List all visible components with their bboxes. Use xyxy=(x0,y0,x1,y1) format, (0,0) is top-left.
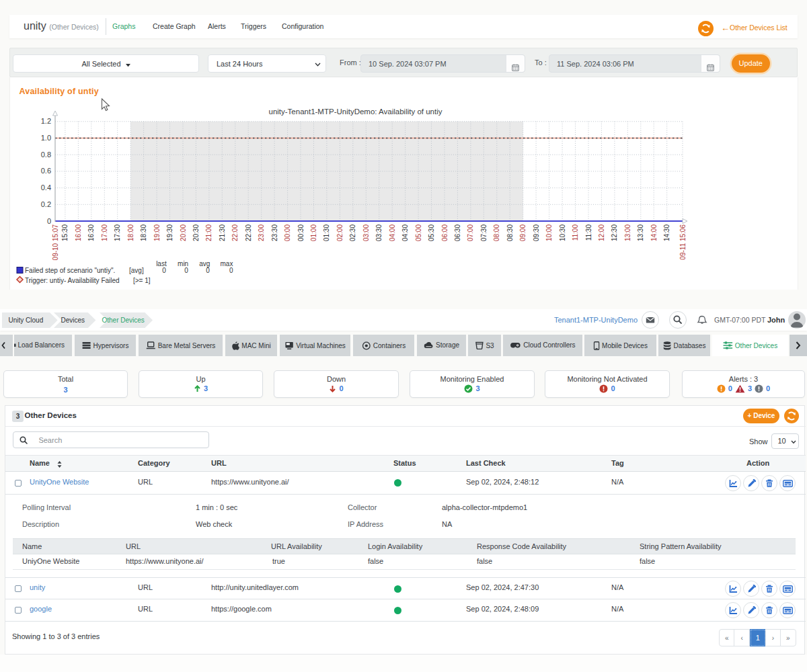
svg-text:08:30: 08:30 xyxy=(506,224,513,241)
svg-text:03:00: 03:00 xyxy=(362,224,369,241)
svg-text:23:00: 23:00 xyxy=(258,224,265,241)
svg-text:Tenant1-MTP-UnityDemo: Tenant1-MTP-UnityDemo xyxy=(554,316,638,324)
svg-text:20:30: 20:30 xyxy=(192,224,199,241)
svg-text:21:00: 21:00 xyxy=(205,224,213,241)
svg-text:03:30: 03:30 xyxy=(375,224,383,241)
svg-text:0.6: 0.6 xyxy=(40,167,50,175)
svg-text:20:00: 20:00 xyxy=(179,224,186,241)
svg-text:01:00: 01:00 xyxy=(310,224,317,241)
svg-text:07:00: 07:00 xyxy=(467,224,474,241)
svg-text:17:30: 17:30 xyxy=(114,224,121,241)
svg-text:23:30: 23:30 xyxy=(270,224,278,241)
svg-text:Devices: Devices xyxy=(61,317,85,324)
svg-text:08:00: 08:00 xyxy=(493,224,500,241)
svg-text:00:00: 00:00 xyxy=(284,224,291,241)
svg-text:Trigger: untiy- Availability F: Trigger: untiy- Availability Failed xyxy=(25,277,120,284)
svg-text:16:30: 16:30 xyxy=(87,224,95,241)
svg-text:22:30: 22:30 xyxy=(244,224,252,241)
svg-text:0: 0 xyxy=(162,267,166,274)
svg-text:12:00: 12:00 xyxy=(597,224,605,241)
svg-text:07:30: 07:30 xyxy=(479,224,487,241)
svg-text:13:30: 13:30 xyxy=(637,224,644,241)
svg-text:09:30: 09:30 xyxy=(532,224,539,241)
svg-text:05:30: 05:30 xyxy=(428,224,435,241)
svg-text:0: 0 xyxy=(184,267,188,274)
svg-text:1.0: 1.0 xyxy=(40,134,50,142)
svg-text:unity-Tenant1-MTP-UnityDemo: A: unity-Tenant1-MTP-UnityDemo: Availabilit… xyxy=(268,108,442,116)
svg-text:04:00: 04:00 xyxy=(388,224,395,241)
svg-text:02:30: 02:30 xyxy=(349,224,356,241)
svg-text:15:30: 15:30 xyxy=(61,224,69,241)
svg-text:14:00: 14:00 xyxy=(650,224,657,241)
svg-text:0: 0 xyxy=(229,267,233,274)
svg-text:22:00: 22:00 xyxy=(231,224,239,241)
svg-text:18:00: 18:00 xyxy=(126,224,134,241)
svg-text:06:30: 06:30 xyxy=(453,224,461,241)
svg-text:0.2: 0.2 xyxy=(40,200,50,208)
svg-text:Unity Cloud: Unity Cloud xyxy=(9,317,44,324)
svg-text:0.4: 0.4 xyxy=(40,183,50,192)
svg-text:06:00: 06:00 xyxy=(440,224,448,241)
svg-text:0.8: 0.8 xyxy=(40,151,50,159)
svg-text:1.2: 1.2 xyxy=(40,117,50,125)
svg-text:12:30: 12:30 xyxy=(611,224,618,241)
svg-text:Other Devices: Other Devices xyxy=(102,317,145,324)
svg-text:21:30: 21:30 xyxy=(218,224,225,241)
svg-text:10:00: 10:00 xyxy=(545,224,553,241)
svg-text:17:00: 17:00 xyxy=(100,224,108,241)
svg-text:13:00: 13:00 xyxy=(623,224,631,241)
svg-text:04:30: 04:30 xyxy=(401,224,409,241)
svg-text:0: 0 xyxy=(46,217,50,225)
svg-text:18:30: 18:30 xyxy=(140,224,147,241)
svg-text:Failed step of scenario "untiy: Failed step of scenario "untiy". xyxy=(25,267,115,274)
svg-text:09:00: 09:00 xyxy=(519,224,527,241)
svg-text:00:30: 00:30 xyxy=(297,224,304,241)
svg-text:John: John xyxy=(767,316,785,324)
svg-text:19:00: 19:00 xyxy=(153,224,160,241)
svg-text:02:00: 02:00 xyxy=(336,224,343,241)
svg-text:01:30: 01:30 xyxy=(323,224,330,241)
svg-text:[>= 1]: [>= 1] xyxy=(133,277,151,284)
svg-text:[avg]: [avg] xyxy=(129,267,144,274)
svg-text:09-11 15:06: 09-11 15:06 xyxy=(679,224,686,260)
svg-text:14:30: 14:30 xyxy=(663,224,670,241)
svg-text:0: 0 xyxy=(206,267,210,274)
svg-text:11:00: 11:00 xyxy=(572,224,579,241)
svg-text:19:30: 19:30 xyxy=(166,224,174,241)
svg-text:05:00: 05:00 xyxy=(414,224,422,241)
svg-text:GMT-07:00 PDT: GMT-07:00 PDT xyxy=(714,316,766,324)
svg-text:16:00: 16:00 xyxy=(74,224,81,241)
svg-text:09-10 15:07: 09-10 15:07 xyxy=(51,224,59,261)
svg-text:10:30: 10:30 xyxy=(558,224,566,241)
svg-text:11:30: 11:30 xyxy=(584,224,592,241)
